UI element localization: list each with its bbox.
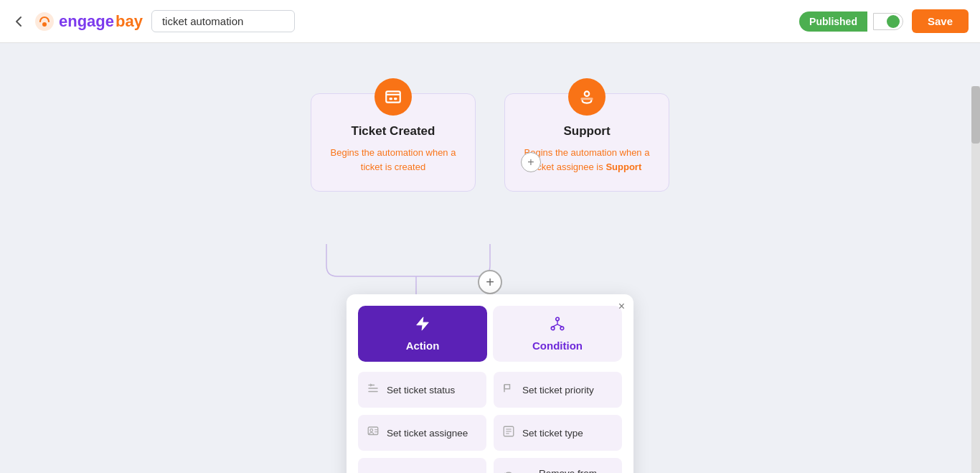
logo-icon: [34, 11, 55, 32]
support-title: Support: [519, 124, 654, 139]
action-set-ticket-priority[interactable]: Set ticket priority: [494, 372, 622, 408]
action-condition-panel: Action Condition ×: [347, 294, 633, 473]
ticket-status-icon: [367, 382, 380, 398]
add-node-button[interactable]: +: [478, 270, 502, 294]
add-node-icon: +: [486, 274, 494, 291]
action-add-to-sequence[interactable]: Add to sequence: [358, 458, 486, 473]
side-plus-icon: +: [527, 156, 534, 169]
back-button[interactable]: [11, 14, 26, 29]
ticket-created-node[interactable]: Ticket Created Begins the automation whe…: [311, 93, 476, 192]
action-set-ticket-status[interactable]: Set ticket status: [358, 372, 486, 408]
action-set-ticket-type-label: Set ticket type: [522, 428, 583, 439]
support-node[interactable]: Support Begins the automation when a tic…: [504, 93, 669, 192]
ticket-created-title: Ticket Created: [326, 124, 461, 139]
action-tab-icon: [415, 316, 430, 335]
svg-point-16: [370, 429, 373, 432]
svg-rect-6: [394, 98, 397, 100]
svg-marker-13: [370, 383, 372, 387]
scrollbar[interactable]: [971, 86, 980, 473]
logo-engage-text: engage: [59, 12, 114, 31]
action-set-ticket-status-label: Set ticket status: [387, 385, 455, 395]
logo[interactable]: engagebay: [34, 11, 143, 32]
panel-actions-grid: Set ticket status Set ticket priority: [347, 362, 633, 473]
toggle-knob: [887, 15, 900, 28]
action-set-ticket-assignee[interactable]: Set ticket assignee: [358, 415, 486, 451]
action-tab-label: Action: [406, 339, 440, 352]
svg-point-10: [556, 317, 560, 321]
panel-header: Action Condition ×: [347, 294, 633, 362]
automation-title-input[interactable]: [151, 10, 295, 32]
tab-action[interactable]: Action: [358, 306, 487, 362]
action-set-ticket-priority-label: Set ticket priority: [522, 385, 594, 395]
svg-rect-5: [390, 98, 392, 100]
ticket-created-icon: [374, 78, 412, 116]
svg-point-7: [585, 91, 590, 96]
support-icon: [568, 78, 606, 116]
scrollbar-thumb: [971, 86, 980, 144]
action-set-ticket-assignee-label: Set ticket assignee: [387, 428, 468, 439]
published-label: Published: [799, 11, 867, 32]
ticket-priority-icon: [502, 382, 515, 398]
action-remove-from-sequence-label: Remove from sequence: [522, 468, 613, 473]
toggle-switch[interactable]: [873, 13, 903, 30]
ticket-type-icon: [502, 425, 515, 441]
svg-rect-8: [580, 98, 593, 100]
published-toggle: Published: [799, 11, 903, 32]
close-panel-button[interactable]: ×: [618, 300, 625, 313]
canvas: Ticket Created Begins the automation whe…: [0, 43, 980, 473]
action-set-ticket-type[interactable]: Set ticket type: [494, 415, 622, 451]
svg-point-12: [560, 327, 564, 330]
save-button[interactable]: Save: [912, 9, 969, 33]
header-left: engagebay: [11, 10, 295, 32]
svg-rect-4: [386, 91, 400, 102]
svg-point-11: [551, 327, 555, 330]
ticket-assignee-icon: [367, 425, 380, 441]
header-right: Published Save: [799, 9, 969, 33]
action-remove-from-sequence[interactable]: Remove from sequence: [494, 458, 622, 473]
header: engagebay Published Save: [0, 0, 980, 43]
add-trigger-button[interactable]: +: [521, 152, 541, 172]
nodes-row: Ticket Created Begins the automation whe…: [311, 93, 669, 192]
svg-marker-9: [417, 317, 429, 330]
tab-condition[interactable]: Condition: [493, 306, 622, 362]
condition-tab-label: Condition: [532, 339, 583, 352]
condition-tab-icon: [550, 316, 565, 335]
svg-point-1: [42, 22, 47, 27]
ticket-created-desc: Begins the automation when a ticket is c…: [326, 146, 461, 174]
svg-point-0: [35, 12, 54, 31]
logo-bay-text: bay: [116, 12, 143, 31]
